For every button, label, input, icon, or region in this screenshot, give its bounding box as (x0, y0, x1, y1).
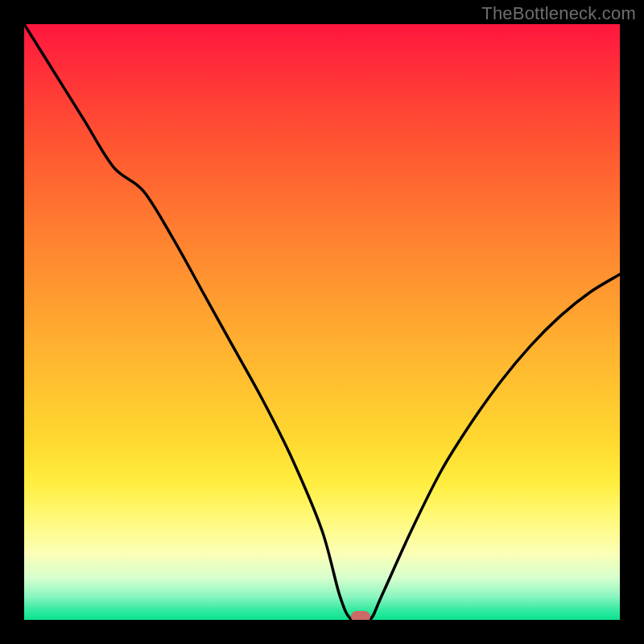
bottleneck-curve (24, 24, 620, 620)
plot-area (24, 24, 620, 620)
optimal-point-marker (351, 611, 370, 620)
chart-frame: TheBottleneck.com (0, 0, 644, 644)
watermark-text: TheBottleneck.com (481, 3, 636, 24)
